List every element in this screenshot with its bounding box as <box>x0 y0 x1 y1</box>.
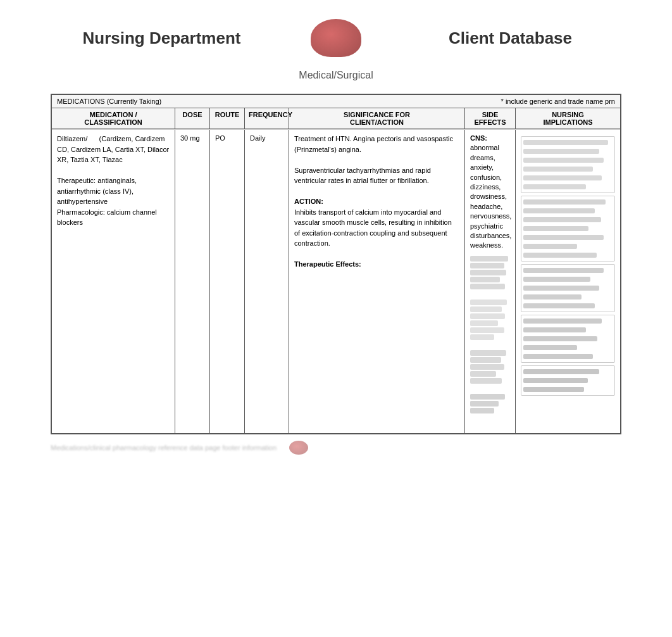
blur-line <box>470 270 506 275</box>
blur-line <box>470 306 502 312</box>
blur-line <box>523 167 593 172</box>
blur-line <box>523 140 608 145</box>
blur-line <box>470 320 498 326</box>
table-top-header: MEDICATIONS (Currently Taking) * include… <box>52 95 620 108</box>
department-title: Nursing Department <box>25 28 298 48</box>
nursing-block-2 <box>521 196 615 262</box>
cell-route: PO <box>210 130 245 433</box>
database-title: Client Database <box>374 28 647 48</box>
nursing-block-4 <box>521 315 615 363</box>
blur-line <box>470 371 496 377</box>
medication-name: Diltiazem/ (Cardizem, Cardizem CD, Cardi… <box>57 134 170 165</box>
logo-image <box>311 19 361 57</box>
blur-line <box>523 268 604 273</box>
blur-line <box>523 175 602 180</box>
blur-line <box>523 286 599 291</box>
footer-logo <box>289 441 308 455</box>
footer-blurred-text: Medications/clinical pharmacology refere… <box>51 444 277 451</box>
blur-line <box>470 327 504 333</box>
blur-line <box>470 300 507 305</box>
blur-line <box>470 350 506 356</box>
cell-significance: Treatment of HTN. Angina pectoris and va… <box>289 130 465 433</box>
side-effects-blurred-3 <box>470 350 510 384</box>
pharmacologic-class: Pharmacologic: calcium channel blockers <box>57 207 170 228</box>
cell-frequency: Daily <box>245 130 289 433</box>
route-value: PO <box>215 134 239 143</box>
blur-line <box>523 226 588 231</box>
cell-nursing <box>516 130 620 433</box>
subtitle: Medical/Surgical <box>0 70 672 87</box>
blur-line <box>523 354 593 359</box>
significance-text-1: Treatment of HTN. Angina pectoris and va… <box>294 134 459 155</box>
action-text: Inhibits transport of calcium into myoca… <box>294 207 459 249</box>
blur-line <box>523 303 595 308</box>
nursing-block-5 <box>521 365 615 396</box>
blur-line <box>470 277 500 282</box>
blur-line <box>470 378 502 384</box>
side-effects-blurred-4 <box>470 394 510 413</box>
blur-line <box>470 256 508 262</box>
blur-line <box>470 394 505 400</box>
nursing-blurred-1 <box>523 139 613 191</box>
nursing-blurred-4 <box>523 317 613 360</box>
nursing-block-1 <box>521 136 615 193</box>
blur-line <box>523 244 577 249</box>
medications-label: MEDICATIONS (Currently Taking) <box>57 98 161 105</box>
therapeutic-effects-label: Therapeutic Effects: <box>294 259 459 270</box>
medications-table: MEDICATIONS (Currently Taking) * include… <box>51 94 621 434</box>
table-note: * include generic and trade name prn <box>501 98 615 105</box>
nursing-blurred-2 <box>523 198 613 259</box>
blur-line <box>470 313 505 319</box>
footer: Medications/clinical pharmacology refere… <box>51 441 621 455</box>
blur-line <box>470 334 494 340</box>
col-route: ROUTE <box>210 108 245 129</box>
blur-line <box>470 263 504 268</box>
blur-line <box>523 369 599 374</box>
blur-line <box>523 208 595 213</box>
col-nursing: NURSINGIMPLICATIONS <box>516 108 620 129</box>
action-label: ACTION: <box>294 196 459 207</box>
blur-line <box>523 253 597 258</box>
cns-effects: abnormal dreams, anxiety, confusion, diz… <box>470 144 511 249</box>
blur-line <box>470 357 501 363</box>
cns-label: CNS: <box>470 134 487 142</box>
blur-line <box>470 401 499 407</box>
column-headers: MEDICATION /CLASSIFICATION DOSE ROUTE FR… <box>52 108 620 129</box>
blur-line <box>523 336 597 341</box>
side-effects-blurred-2 <box>470 300 510 340</box>
col-dose: DOSE <box>175 108 210 129</box>
blur-line <box>470 364 504 370</box>
cell-dose: 30 mg <box>175 130 210 433</box>
blur-line <box>523 387 584 392</box>
blur-line <box>523 158 604 163</box>
col-medication: MEDICATION /CLASSIFICATION <box>52 108 175 129</box>
cns-section: CNS: abnormal dreams, anxiety, confusion… <box>470 134 510 251</box>
blur-line <box>523 217 601 222</box>
col-side-effects: SIDE EFFECTS <box>465 108 516 129</box>
blur-line <box>523 294 582 300</box>
blur-line <box>523 235 604 240</box>
blur-line <box>523 184 586 189</box>
col-significance: SIGNIFICANCE FORCLIENT/ACTION <box>289 108 465 129</box>
cell-side-effects: CNS: abnormal dreams, anxiety, confusion… <box>465 130 516 433</box>
blur-line <box>470 284 505 289</box>
frequency-value: Daily <box>250 134 283 143</box>
nursing-blurred-3 <box>523 267 613 310</box>
col-frequency: FREQUENCY <box>245 108 289 129</box>
dose-value: 30 mg <box>180 134 204 143</box>
blur-line <box>523 318 602 324</box>
blur-line <box>523 345 577 350</box>
significance-text-2: Supraventricular tachyarrhythmias and ra… <box>294 165 459 186</box>
blur-line <box>523 327 586 332</box>
logo <box>298 13 374 63</box>
cell-medication: Diltiazem/ (Cardizem, Cardizem CD, Cardi… <box>52 130 175 433</box>
blur-line <box>523 378 588 383</box>
table-row: Diltiazem/ (Cardizem, Cardizem CD, Cardi… <box>52 129 620 433</box>
blur-line <box>523 199 606 205</box>
blur-line <box>523 149 599 154</box>
side-effects-blurred-1 <box>470 256 510 289</box>
nursing-block-3 <box>521 264 615 312</box>
page-header: Nursing Department Client Database <box>0 0 672 70</box>
nursing-blurred-5 <box>523 368 613 393</box>
blur-line <box>470 408 494 413</box>
